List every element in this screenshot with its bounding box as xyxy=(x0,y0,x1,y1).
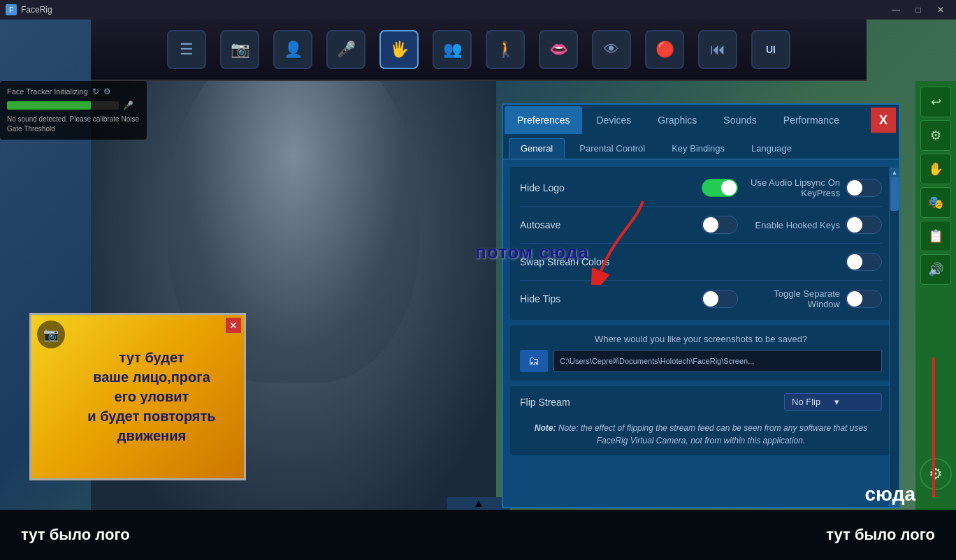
titlebar: F FaceRig — □ ✕ xyxy=(0,0,956,20)
toggle-window-toggle[interactable] xyxy=(846,290,882,308)
audio-lipsync-label: Use Audio Lipsync On KeyPress xyxy=(749,177,840,198)
tab-sounds[interactable]: Sounds xyxy=(711,106,769,134)
no-sound-text: No sound detected. Please calibrate Nois… xyxy=(7,115,140,134)
hide-logo-label: Hide Logo xyxy=(520,182,702,193)
menu-toolbar-btn[interactable]: ☰ xyxy=(167,30,206,69)
tab-performance[interactable]: Performance xyxy=(771,106,852,134)
settings-scrollbar[interactable]: ▲ ▼ xyxy=(889,168,899,507)
setting-row-hide-tips: Hide Tips Toggle Separate Window xyxy=(510,281,892,317)
app-title: FaceRig xyxy=(21,5,886,15)
settings-panel: ▲ ▼ Preferences Devices Graphics Sounds … xyxy=(502,103,900,508)
swap-stream-knob xyxy=(847,254,862,270)
hooked-keys-knob xyxy=(847,217,862,233)
tracker-progress-fill xyxy=(7,101,91,110)
screenshot-section: Where would you like your screenshots to… xyxy=(510,325,892,381)
hide-tips-label: Hide Tips xyxy=(520,293,702,304)
setting-right-toggle-window: Toggle Separate Window xyxy=(749,288,882,309)
hooked-keys-toggle[interactable] xyxy=(846,216,882,234)
sidebar-btn-6[interactable]: 🔊 xyxy=(920,254,951,285)
audio-lipsync-toggle[interactable] xyxy=(846,179,882,197)
settings-icon[interactable]: ⚙ xyxy=(103,87,111,96)
refresh-icon[interactable]: ↻ xyxy=(92,87,99,96)
face-tracker-label: Face Tracker Initializing xyxy=(7,87,88,96)
chevron-down-icon: ▾ xyxy=(834,397,839,407)
setting-row-autosave: Autosave Enable Hooked Keys xyxy=(510,207,892,243)
swap-stream-toggle[interactable] xyxy=(846,253,882,271)
toggle-window-knob xyxy=(847,291,862,307)
minimize-button[interactable]: — xyxy=(886,3,906,17)
toggle-window-label: Toggle Separate Window xyxy=(749,288,840,309)
settings-close-button[interactable]: X xyxy=(871,108,896,133)
face-preview-box: 📷 ✕ тут будет ваше лицо,прога его уловит… xyxy=(29,313,246,480)
mic-status-icon: 🎤 xyxy=(123,101,133,110)
eye-toolbar-btn[interactable]: 👁 xyxy=(592,30,631,69)
settings-content: Hide Logo Use Audio Lipsync On KeyPress … xyxy=(503,160,899,499)
multi-toolbar-btn[interactable]: 👥 xyxy=(433,30,472,69)
hooked-keys-label: Enable Hooked Keys xyxy=(749,220,840,230)
annotation-potom-syuda: потом сюда xyxy=(475,242,589,263)
preview-close-button[interactable]: ✕ xyxy=(226,318,241,333)
face-tracker-status: Face Tracker Initializing ↻ ⚙ 🎤 No sound… xyxy=(0,81,147,140)
toolbar: ☰ 📷 👤 🎤 🖐 👥 🚶 👄 👁 🔴 ⏮ UI xyxy=(91,20,867,81)
replay-toolbar-btn[interactable]: ⏮ xyxy=(698,30,737,69)
bottom-bar: тут было лого тут было лого xyxy=(0,510,956,560)
camera-toolbar-btn[interactable]: 📷 xyxy=(220,30,259,69)
face-preview-text: тут будет ваше лицо,прога его уловит и б… xyxy=(45,341,229,452)
rec-toolbar-btn[interactable]: 🔴 xyxy=(645,30,684,69)
screenshot-question: Where would you like your screenshots to… xyxy=(520,334,882,344)
hide-logo-toggle[interactable] xyxy=(702,179,738,197)
settings-subtabs: General Parental Control Key Bindings La… xyxy=(503,135,899,160)
sidebar-btn-5[interactable]: 📋 xyxy=(920,221,951,251)
subtab-language[interactable]: Language xyxy=(739,138,804,159)
flip-stream-label: Flip Stream xyxy=(520,397,784,408)
flip-row: Flip Stream No Flip ▾ xyxy=(510,386,892,418)
autosave-label: Autosave xyxy=(520,219,702,230)
annotation-syuda: сюда xyxy=(865,483,915,506)
hide-tips-toggle[interactable] xyxy=(702,290,738,308)
flip-stream-note: Note: Note: the effect of flipping the s… xyxy=(510,418,892,455)
sidebar-btn-3[interactable]: ✋ xyxy=(920,154,951,184)
sidebar-btn-2[interactable]: ⚙ xyxy=(920,120,951,151)
setting-right-audio-lipsync: Use Audio Lipsync On KeyPress xyxy=(749,177,882,198)
settings-tabs-header: Preferences Devices Graphics Sounds Perf… xyxy=(503,105,899,135)
bottom-scroll-area[interactable]: ▲ xyxy=(447,497,510,510)
autosave-toggle[interactable] xyxy=(702,216,738,234)
setting-row-hide-logo: Hide Logo Use Audio Lipsync On KeyPress xyxy=(510,170,892,206)
audio-lipsync-knob xyxy=(847,180,862,196)
subtab-general[interactable]: General xyxy=(509,138,565,159)
window-controls: — □ ✕ xyxy=(886,3,950,17)
red-line-annotation xyxy=(932,358,935,497)
folder-browse-button[interactable]: 🗂 xyxy=(520,350,548,372)
flip-stream-section: Flip Stream No Flip ▾ Note: Note: the ef… xyxy=(510,386,892,455)
maximize-button[interactable]: □ xyxy=(908,3,928,17)
gear-button-right[interactable]: ⚙ xyxy=(920,458,952,490)
bottom-right-text: тут было лого xyxy=(826,526,935,544)
tab-preferences[interactable]: Preferences xyxy=(505,106,582,134)
flip-note-text: Note: the effect of flipping the stream … xyxy=(558,423,867,445)
main-area: ☰ 📷 👤 🎤 🖐 👥 🚶 👄 👁 🔴 ⏮ UI Face Tracker In… xyxy=(0,20,956,560)
subtab-parental-control[interactable]: Parental Control xyxy=(567,138,657,159)
scroll-up-arrow[interactable]: ▲ xyxy=(890,168,899,177)
avatar-toolbar-btn[interactable]: 👤 xyxy=(273,30,312,69)
screenshot-path-row: 🗂 xyxy=(520,350,882,372)
setting-right-hooked-keys: Enable Hooked Keys xyxy=(749,216,882,234)
body-toolbar-btn[interactable]: 🚶 xyxy=(486,30,525,69)
ui-toolbar-btn[interactable]: UI xyxy=(751,30,790,69)
sidebar-btn-4[interactable]: 🎭 xyxy=(920,187,951,218)
subtab-key-bindings[interactable]: Key Bindings xyxy=(660,138,737,159)
flip-stream-dropdown[interactable]: No Flip ▾ xyxy=(784,393,882,411)
app-icon: F xyxy=(6,4,17,15)
hide-logo-knob xyxy=(721,180,737,196)
hand-toolbar-btn[interactable]: 🖐 xyxy=(379,30,419,69)
sidebar-btn-1[interactable]: ↩ xyxy=(920,87,951,117)
screenshot-path-input[interactable] xyxy=(553,350,882,372)
lip-toolbar-btn[interactable]: 👄 xyxy=(539,30,578,69)
webcam-icon: 📷 xyxy=(37,320,65,348)
close-window-button[interactable]: ✕ xyxy=(931,3,950,17)
tab-graphics[interactable]: Graphics xyxy=(645,106,709,134)
flip-stream-value: No Flip xyxy=(792,397,820,407)
mic-toolbar-btn[interactable]: 🎤 xyxy=(326,30,365,69)
tab-devices[interactable]: Devices xyxy=(584,106,644,134)
hide-tips-knob xyxy=(703,291,718,307)
autosave-knob xyxy=(703,217,718,233)
